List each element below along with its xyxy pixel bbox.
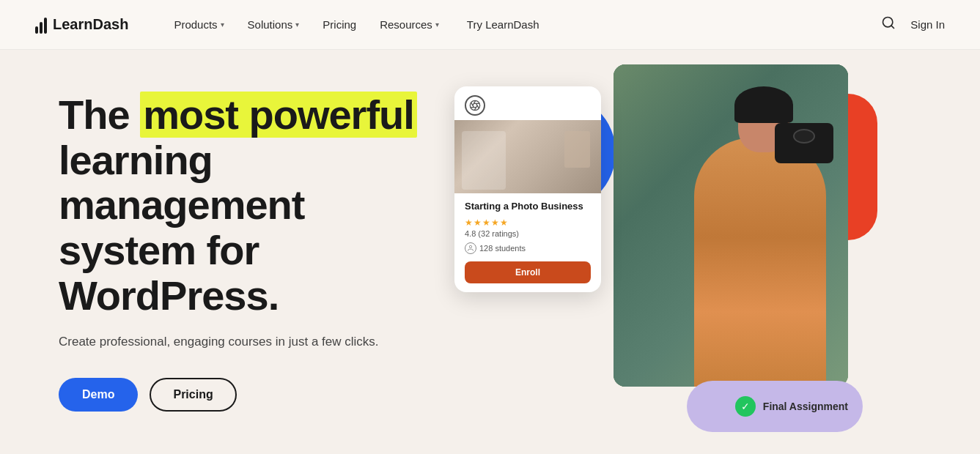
hero-section: The most powerful learning management sy… <box>0 50 980 454</box>
hero-headline: The most powerful learning management sy… <box>59 92 440 318</box>
hero-right: ✓ Final Assignment <box>440 50 921 454</box>
nav-resources[interactable]: Resources ▾ <box>369 12 449 37</box>
card-stars: ★★★★★ <box>465 217 591 228</box>
student-icon <box>465 242 476 254</box>
nav-products[interactable]: Products ▾ <box>163 12 234 37</box>
svg-point-9 <box>469 245 471 248</box>
camera-body <box>775 123 833 163</box>
card-photo-overlay <box>462 131 506 190</box>
check-icon: ✓ <box>735 396 756 417</box>
chevron-down-icon: ▾ <box>295 21 299 29</box>
pricing-button[interactable]: Pricing <box>150 378 236 412</box>
svg-line-1 <box>891 26 894 29</box>
students-count: 128 students <box>479 244 526 253</box>
card-photo <box>454 120 601 193</box>
nav-solutions[interactable]: Solutions ▾ <box>237 12 310 37</box>
nav-right: Sign In <box>881 15 945 34</box>
aperture-icon <box>465 95 485 116</box>
navbar: LearnDash Products ▾ Solutions ▾ Pricing… <box>0 0 980 50</box>
hero-subtext: Create professional, engaging courses in… <box>59 332 440 351</box>
chevron-down-icon: ▾ <box>221 21 224 29</box>
headline-before: The <box>59 92 140 138</box>
headline-highlight: most powerful <box>140 92 417 138</box>
logo[interactable]: LearnDash <box>35 16 128 34</box>
brand-name: LearnDash <box>53 16 128 33</box>
card-icon-row <box>454 86 601 120</box>
camera-lens <box>793 129 815 144</box>
sign-in-button[interactable]: Sign In <box>910 18 945 31</box>
card-body: Starting a Photo Business ★★★★★ 4.8 (32 … <box>454 193 601 292</box>
nav-links: Products ▾ Solutions ▾ Pricing Resources… <box>163 12 881 37</box>
person-hair <box>734 86 793 123</box>
card-students: 128 students <box>465 242 591 254</box>
assignment-label: Final Assignment <box>763 401 848 412</box>
person-body <box>694 138 826 387</box>
enroll-button[interactable]: Enroll <box>465 261 591 283</box>
logo-icon <box>35 16 47 34</box>
demo-button[interactable]: Demo <box>59 378 138 412</box>
assignment-badge: ✓ Final Assignment <box>687 381 863 432</box>
hero-buttons: Demo Pricing <box>59 378 440 412</box>
photo-inner <box>614 64 848 387</box>
card-photo-detail2 <box>564 131 590 168</box>
photo-background <box>614 64 848 387</box>
headline-after: learning management system for WordPress… <box>59 137 304 319</box>
card-title: Starting a Photo Business <box>465 201 591 213</box>
nav-pricing[interactable]: Pricing <box>312 12 366 37</box>
card-rating: 4.8 (32 ratings) <box>465 229 591 238</box>
hero-left: The most powerful learning management sy… <box>59 92 440 411</box>
nav-try-learndash[interactable]: Try LearnDash <box>452 12 554 37</box>
search-icon[interactable] <box>881 15 896 34</box>
course-card: Starting a Photo Business ★★★★★ 4.8 (32 … <box>454 86 601 292</box>
chevron-down-icon: ▾ <box>435 21 439 29</box>
